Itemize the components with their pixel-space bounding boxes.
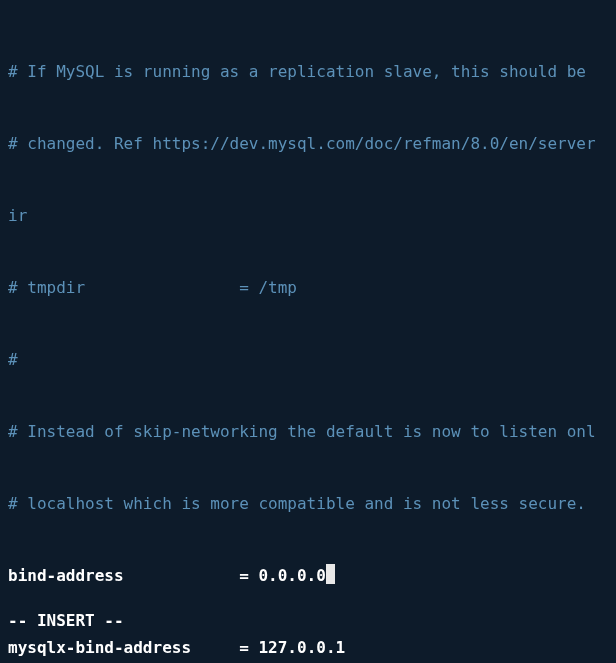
config-value: 127.0.0.1 bbox=[258, 638, 345, 657]
config-line: # If MySQL is running as a replication s… bbox=[8, 60, 608, 84]
editor-viewport[interactable]: # If MySQL is running as a replication s… bbox=[0, 0, 616, 663]
config-line: # changed. Ref https://dev.mysql.com/doc… bbox=[8, 132, 608, 156]
config-eq: = bbox=[191, 638, 258, 657]
config-key: mysqlx-bind-address bbox=[8, 638, 191, 657]
config-line: # localhost which is more compatible and… bbox=[8, 492, 608, 516]
config-value: 0.0.0.0 bbox=[258, 566, 325, 585]
vim-mode-status: -- INSERT -- bbox=[8, 609, 124, 633]
config-line: # bbox=[8, 348, 608, 372]
config-line: # tmpdir = /tmp bbox=[8, 276, 608, 300]
config-key: bind-address bbox=[8, 566, 124, 585]
config-line: ir bbox=[8, 204, 608, 228]
text-cursor bbox=[326, 564, 335, 584]
config-line-bind-address: bind-address = 0.0.0.0 bbox=[8, 564, 608, 588]
config-line-mysqlx-bind-address: mysqlx-bind-address = 127.0.0.1 bbox=[8, 636, 608, 660]
config-line: # Instead of skip-networking the default… bbox=[8, 420, 608, 444]
config-eq: = bbox=[124, 566, 259, 585]
